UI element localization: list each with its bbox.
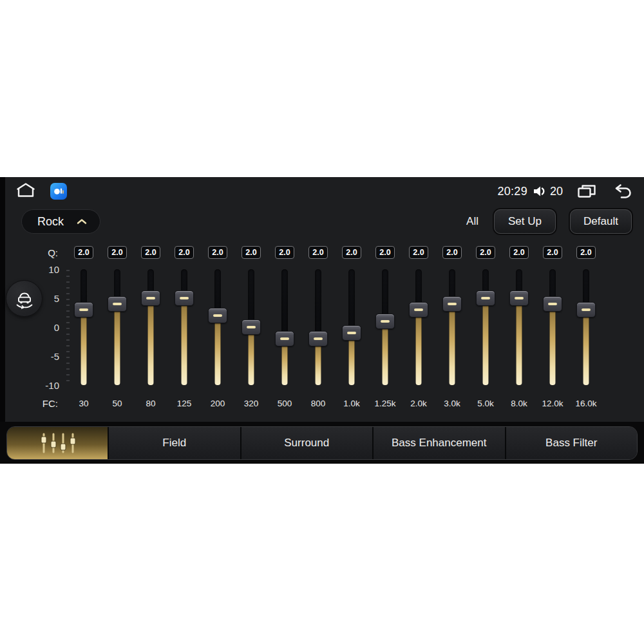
set-up-button[interactable]: Set Up	[494, 209, 556, 234]
eq-band-slider[interactable]	[375, 269, 395, 385]
eq-band-slider[interactable]	[175, 269, 194, 385]
slider-handle[interactable]	[442, 296, 462, 312]
q-value-box[interactable]: 2.0	[543, 246, 562, 259]
q-row-label: Q:	[48, 247, 58, 258]
slider-handle[interactable]	[543, 296, 562, 312]
tab-bass-filter[interactable]: Bass Filter	[505, 427, 638, 459]
q-value-box[interactable]: 2.0	[308, 246, 328, 259]
eq-band-slider[interactable]	[509, 269, 529, 385]
recent-apps-icon[interactable]	[577, 184, 596, 199]
q-value-box[interactable]: 2.0	[208, 246, 227, 259]
music-app-icon[interactable]	[50, 183, 67, 200]
q-value-box[interactable]: 2.0	[108, 246, 127, 259]
fc-row: FC: 3050801252003205008001.0k1.25k2.0k3.…	[5, 395, 644, 412]
slider-handle[interactable]	[342, 325, 361, 341]
slider-handle[interactable]	[74, 302, 93, 317]
volume-level: 20	[550, 185, 563, 198]
eq-band-slider[interactable]	[409, 269, 428, 385]
handle-dash	[314, 337, 323, 340]
eq-band-slider[interactable]	[476, 269, 495, 385]
status-bar-left	[14, 182, 67, 201]
eq-band-slider[interactable]	[208, 269, 227, 385]
slider-handle[interactable]	[275, 331, 294, 346]
q-value-box[interactable]: 2.0	[509, 246, 529, 259]
slider-fill	[215, 316, 221, 385]
q-row-gutter: Q:	[5, 244, 67, 261]
fc-row-pad	[603, 395, 644, 412]
car-sound-mode-button[interactable]	[6, 280, 43, 317]
q-value-box[interactable]: 2.0	[409, 246, 428, 259]
tab-bar: Field Surround Bass Enhancement Bass Fil…	[6, 426, 638, 460]
eq-sliders	[67, 269, 603, 385]
eq-band-slider[interactable]	[442, 269, 462, 385]
slider-handle[interactable]	[108, 296, 127, 312]
tab-field[interactable]: Field	[108, 427, 240, 459]
slider-handle[interactable]	[308, 331, 328, 346]
slider-fill	[483, 298, 489, 385]
status-bar: 20:29 20	[14, 182, 634, 201]
preset-name: Rock	[37, 215, 64, 229]
handle-dash	[347, 332, 356, 334]
q-value-box[interactable]: 2.0	[375, 246, 395, 259]
equalizer-sliders-icon	[36, 432, 79, 454]
eq-band-slider[interactable]	[74, 269, 93, 385]
head-unit-screen: 20:29 20	[0, 177, 644, 464]
fc-frequencies: 3050801252003205008001.0k1.25k2.0k3.0k5.…	[67, 395, 603, 412]
eq-band-slider[interactable]	[308, 269, 328, 385]
eq-band-slider[interactable]	[576, 269, 596, 385]
slider-handle[interactable]	[409, 302, 428, 317]
fc-frequency-label: 1.25k	[368, 395, 402, 412]
handle-dash	[414, 308, 423, 311]
slider-fill	[383, 321, 388, 385]
fc-frequency-label: 2.0k	[402, 395, 435, 412]
eq-band-slider[interactable]	[242, 269, 261, 385]
home-icon[interactable]	[14, 182, 37, 201]
q-value-box[interactable]: 2.0	[275, 246, 294, 259]
eq-band-slider[interactable]	[108, 269, 127, 385]
slider-handle[interactable]	[375, 314, 395, 329]
header-actions: All Set Up Default	[466, 209, 632, 234]
handle-dash	[582, 308, 591, 311]
slider-handle[interactable]	[208, 308, 227, 323]
clock: 20:29	[497, 185, 527, 198]
slider-row: 1050-5-10	[5, 269, 644, 385]
q-value-box[interactable]: 2.0	[476, 246, 495, 259]
eq-band-slider[interactable]	[141, 269, 160, 385]
slider-fill	[583, 310, 589, 385]
q-value-box[interactable]: 2.0	[442, 246, 462, 259]
all-label[interactable]: All	[466, 215, 478, 228]
slider-handle[interactable]	[476, 290, 495, 306]
page-background: 20:29 20	[0, 0, 644, 644]
slider-handle[interactable]	[175, 290, 194, 306]
slider-handle[interactable]	[141, 290, 160, 306]
slider-fill	[349, 333, 355, 385]
q-value-box[interactable]: 2.0	[342, 246, 361, 259]
q-value-box[interactable]: 2.0	[175, 246, 194, 259]
tab-bass-enhancement[interactable]: Bass Enhancement	[372, 427, 505, 459]
slider-fill	[81, 310, 87, 385]
tab-surround[interactable]: Surround	[240, 427, 373, 459]
tab-equalizer[interactable]	[7, 427, 108, 459]
slider-fill	[115, 304, 120, 385]
q-value-box[interactable]: 2.0	[141, 246, 160, 259]
slider-handle[interactable]	[509, 290, 529, 306]
q-value-box[interactable]: 2.0	[242, 246, 261, 259]
slider-handle[interactable]	[576, 302, 596, 317]
q-value-box[interactable]: 2.0	[74, 246, 93, 259]
handle-dash	[213, 314, 222, 317]
q-row: Q: 2.02.02.02.02.02.02.02.02.02.02.02.02…	[5, 244, 644, 261]
handle-dash	[381, 320, 390, 323]
fc-frequency-label: 30	[67, 395, 100, 412]
eq-band-slider[interactable]	[275, 269, 294, 385]
eq-band-slider[interactable]	[543, 269, 562, 385]
slider-fill	[416, 310, 422, 385]
slider-handle[interactable]	[242, 319, 261, 335]
handle-dash	[113, 303, 122, 305]
q-value-box[interactable]: 2.0	[576, 246, 596, 259]
slider-fill	[148, 298, 154, 385]
back-icon[interactable]	[613, 183, 634, 200]
chevron-up-icon	[77, 218, 87, 225]
default-button[interactable]: Default	[570, 209, 632, 234]
preset-dropdown[interactable]: Rock	[21, 209, 100, 234]
eq-band-slider[interactable]	[342, 269, 361, 385]
